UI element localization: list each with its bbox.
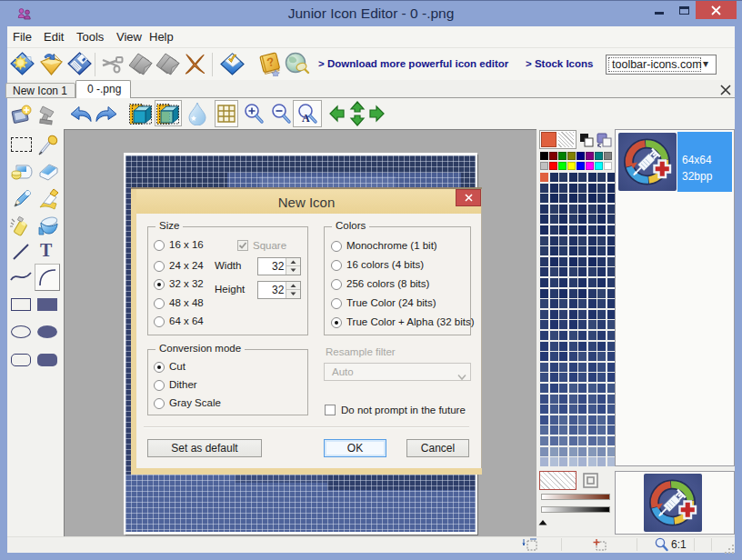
svg-text:A: A <box>302 112 310 125</box>
